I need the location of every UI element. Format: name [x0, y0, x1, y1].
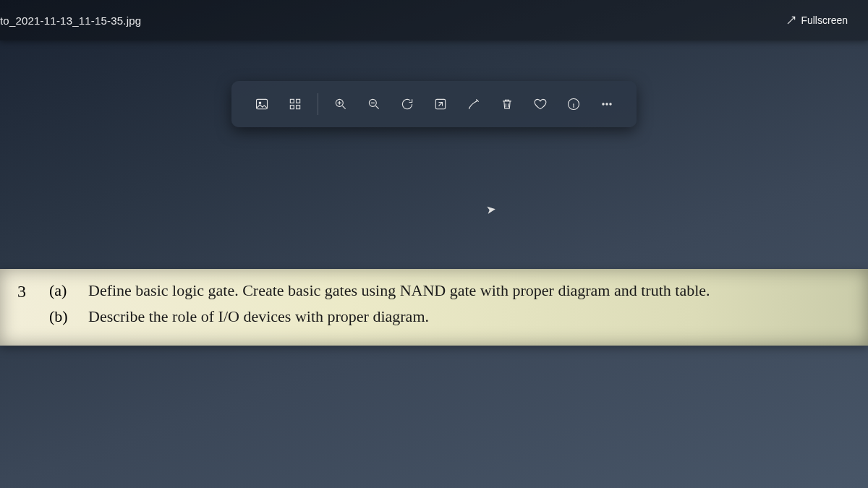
svg-rect-3: [296, 99, 299, 103]
svg-rect-5: [296, 106, 299, 109]
svg-rect-4: [290, 106, 294, 109]
svg-point-1: [259, 102, 261, 104]
image-icon[interactable]: [248, 90, 276, 118]
edit-icon[interactable]: [460, 90, 488, 118]
fullscreen-button[interactable]: Fullscreen: [779, 10, 855, 30]
svg-rect-0: [256, 99, 267, 108]
zoom-out-icon[interactable]: [360, 90, 388, 118]
rotate-icon[interactable]: [393, 90, 421, 118]
fullscreen-icon: [786, 15, 796, 25]
title-bar: to_2021-11-13_11-15-35.jpg Fullscreen: [0, 0, 868, 40]
image-toolbar: [231, 81, 637, 127]
info-icon[interactable]: [560, 90, 587, 118]
svg-rect-2: [290, 99, 294, 103]
question-part: (a) Define basic logic gate. Create basi…: [49, 279, 851, 302]
fullscreen-label: Fullscreen: [801, 14, 848, 26]
expand-icon[interactable]: [427, 90, 454, 118]
question-part: (b) Describe the role of I/O devices wit…: [49, 305, 851, 328]
svg-point-11: [605, 103, 607, 105]
svg-point-12: [609, 103, 610, 105]
question-number: 3: [17, 279, 35, 304]
view-grid-icon[interactable]: [281, 90, 309, 118]
svg-point-10: [602, 103, 603, 105]
more-icon[interactable]: [593, 90, 621, 118]
document-content: 3 (a) Define basic logic gate. Create ba…: [0, 269, 868, 346]
delete-icon[interactable]: [493, 90, 521, 118]
file-name: to_2021-11-13_11-15-35.jpg: [0, 1, 147, 40]
zoom-in-icon[interactable]: [327, 90, 354, 118]
cursor-icon: ➤: [485, 202, 497, 217]
part-label: (a): [49, 279, 75, 302]
favorite-icon[interactable]: [527, 90, 554, 118]
toolbar-divider: [318, 93, 318, 115]
part-label: (b): [49, 305, 75, 328]
part-text: Describe the role of I/O devices with pr…: [88, 305, 435, 328]
part-text: Define basic logic gate. Create basic ga…: [88, 279, 716, 302]
